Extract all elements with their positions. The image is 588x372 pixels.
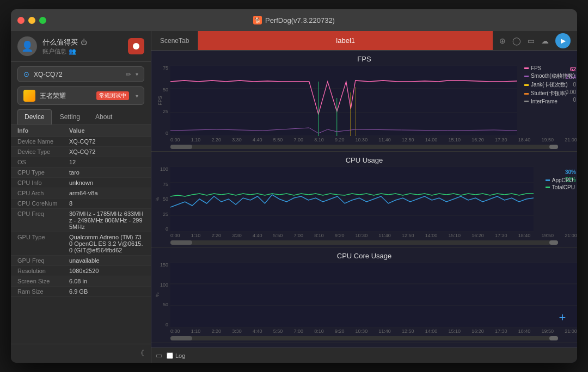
- cpu-x-axis: 0:001:102:203:304:405:507:008:109:2010:3…: [151, 232, 577, 240]
- fps-scrollbar-track[interactable]: [170, 145, 558, 149]
- stutter-legend-color: [524, 93, 529, 95]
- window-controls: [17, 17, 46, 24]
- window-title: 🐕 PerfDog(v7.3.220732): [253, 16, 335, 24]
- main-window: 🐕 PerfDog(v7.3.220732) 👤 什么值得买 ⏻ 账户信息 👥: [11, 9, 577, 363]
- info-key: CPU CoreNum: [17, 200, 69, 207]
- legend-totalcpu: TotalCPU: [546, 184, 575, 190]
- info-key: Device Name: [17, 138, 69, 145]
- info-key: CPU Arch: [17, 190, 69, 196]
- info-value: 1080x2520: [69, 268, 144, 274]
- info-value: arm64-v8a: [69, 190, 144, 196]
- collapse-icon[interactable]: 《: [137, 349, 144, 358]
- fps-chart-svg: [170, 65, 517, 136]
- info-value: Qualcomm Adreno (TM) 730 OpenGL ES 3.2 V…: [69, 234, 144, 253]
- interframe-legend-color: [524, 101, 529, 102]
- titlebar: 🐕 PerfDog(v7.3.220732): [11, 9, 577, 31]
- fps-y-label: FPS: [157, 96, 163, 106]
- svg-rect-0: [170, 65, 517, 136]
- info-key: Ram Size: [17, 288, 69, 295]
- info-header: Info Value: [11, 125, 151, 137]
- play-button[interactable]: ▶: [555, 33, 571, 48]
- device-edit-icon: ✏: [126, 71, 131, 78]
- cpu-core-chart: CPU Core Usage 150 100 50 0 %: [151, 247, 577, 343]
- cpu-svg-container: %: [170, 166, 577, 232]
- fps-chart: FPS 75 50 25 0 FPS: [151, 51, 577, 152]
- info-value: 307MHz - 1785MHz 633MHz - 2496MHz 806MHz…: [69, 210, 144, 230]
- cpu-chart-title: CPU Usage: [151, 156, 577, 164]
- info-value: taro: [69, 169, 144, 176]
- folder-icon[interactable]: ▭: [528, 36, 535, 45]
- fps-scrollbar[interactable]: [151, 145, 577, 149]
- sidebar-tabs: Device Setting About: [11, 109, 151, 125]
- info-key: GPU Type: [17, 234, 69, 253]
- legend-jank: Jank(卡顿次数): [524, 81, 575, 89]
- log-checkbox[interactable]: Log: [167, 352, 185, 359]
- cpu-core-scrollbar[interactable]: [151, 336, 577, 340]
- info-key: CPU Freq: [17, 210, 69, 230]
- tab-about[interactable]: About: [88, 109, 119, 125]
- cpu-scrollbar-thumb[interactable]: [170, 240, 192, 245]
- user-account[interactable]: 账户信息 👥: [42, 47, 122, 55]
- legend-fps: FPS: [524, 65, 575, 71]
- cpu-scrollbar-track[interactable]: [170, 240, 558, 245]
- app-icon: 🐕: [253, 16, 262, 24]
- bottom-bar: ▭ Log: [151, 348, 577, 363]
- fps-x-axis: 0:001:102:203:304:405:507:008:109:2010:3…: [151, 136, 577, 145]
- maximize-button[interactable]: [39, 17, 46, 24]
- sidebar-collapse[interactable]: 《: [11, 344, 151, 363]
- info-key: GPU Freq: [17, 257, 69, 264]
- location-icon[interactable]: ⊕: [499, 36, 506, 45]
- table-row: CPU CoreNum8: [11, 199, 151, 209]
- legend-stutter: Stutter(卡顿率): [524, 90, 575, 97]
- info-rows: Device NameXQ-CQ72Device TypeXQ-CQ72OS12…: [11, 137, 151, 297]
- top-bar: SceneTab label1 ⊕ ◯ ▭ ☁ ▶: [151, 31, 577, 51]
- cpu-y-label: %: [155, 197, 160, 201]
- app-selector[interactable]: 王者荣耀 常规测试中 ▾: [17, 86, 144, 105]
- scene-tab-button[interactable]: SceneTab: [151, 31, 198, 50]
- power-icon: ⏻: [81, 39, 87, 46]
- table-row: OS12: [11, 157, 151, 168]
- minimize-button[interactable]: [28, 17, 35, 24]
- appcpu-value: 30%: [565, 169, 576, 175]
- info-value: XQ-CQ72: [69, 138, 144, 145]
- table-row: GPU Frequnavailable: [11, 256, 151, 266]
- table-row: CPU Archarm64-v8a: [11, 188, 151, 199]
- fps-scrollbar-end[interactable]: [549, 145, 558, 149]
- device-selector[interactable]: ⊙ XQ-CQ72 ✏ ▾: [17, 66, 144, 82]
- info-key: Device Type: [17, 148, 69, 155]
- add-chart-button[interactable]: +: [554, 309, 571, 326]
- tab-setting[interactable]: Setting: [53, 109, 87, 125]
- cpu-core-scrollbar-thumb[interactable]: [170, 336, 192, 340]
- sidebar: 👤 什么值得买 ⏻ 账户信息 👥 ⊙ XQ: [11, 31, 151, 363]
- tab-device[interactable]: Device: [17, 109, 52, 125]
- close-button[interactable]: [17, 17, 24, 24]
- label-bar[interactable]: label1: [198, 31, 493, 50]
- user-section: 👤 什么值得买 ⏻ 账户信息 👥: [11, 31, 151, 62]
- device-icon: ⊙: [23, 70, 29, 78]
- smooth-legend-color: [524, 76, 529, 77]
- cpu-core-chart-title: CPU Core Usage: [151, 252, 577, 260]
- log-label: Log: [175, 352, 185, 359]
- log-check[interactable]: [167, 352, 173, 359]
- avatar: 👤: [17, 36, 37, 56]
- cpu-core-scrollbar-track[interactable]: [170, 336, 558, 340]
- table-row: CPU Freq307MHz - 1785MHz 633MHz - 2496MH…: [11, 209, 151, 232]
- info-key: CPU Info: [17, 179, 69, 186]
- cpu-core-scrollbar-end[interactable]: [549, 336, 558, 340]
- cpu-scrollbar-end[interactable]: [549, 240, 558, 245]
- cpu-chart: CPU Usage 100 75 50 25 0 %: [151, 152, 577, 247]
- chevron-down-icon: ▾: [136, 71, 138, 77]
- info-value: XQ-CQ72: [69, 148, 144, 155]
- record-button[interactable]: [128, 38, 144, 54]
- cloud-icon[interactable]: ☁: [541, 36, 549, 45]
- fps-scrollbar-thumb[interactable]: [170, 145, 192, 149]
- table-row: CPU Typetaro: [11, 168, 151, 178]
- info-key: Screen Size: [17, 278, 69, 284]
- charts-area: FPS 75 50 25 0 FPS: [151, 51, 577, 348]
- comment-icon[interactable]: ◯: [512, 36, 521, 45]
- table-row: Ram Size6.9 GB: [11, 287, 151, 297]
- cpu-scrollbar[interactable]: [151, 240, 577, 245]
- bottom-icon[interactable]: ▭: [156, 351, 162, 359]
- info-value: 8: [69, 200, 144, 207]
- info-key: CPU Type: [17, 169, 69, 176]
